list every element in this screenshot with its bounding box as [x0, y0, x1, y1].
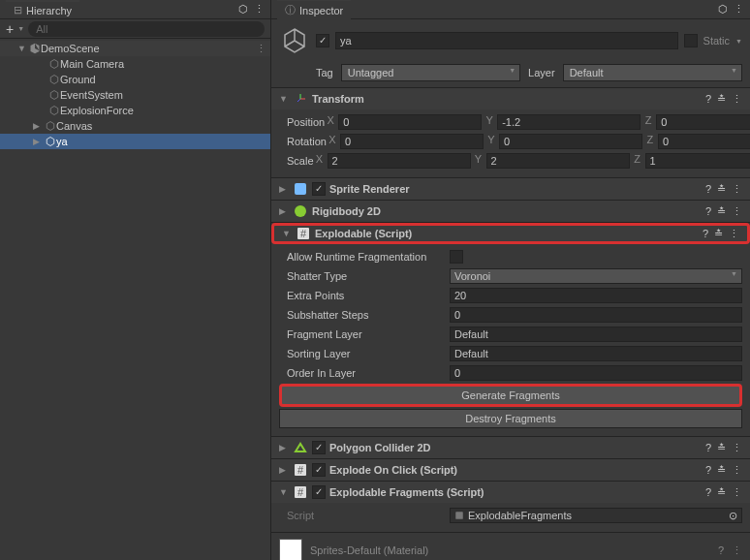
x-label: X: [327, 134, 338, 149]
help-icon[interactable]: ?: [705, 486, 711, 499]
tree-item[interactable]: ExplosionForce: [0, 103, 270, 118]
enable-checkbox[interactable]: [312, 182, 326, 196]
order-input[interactable]: [450, 365, 742, 381]
preset-icon[interactable]: ≛: [717, 486, 726, 499]
enable-checkbox[interactable]: [312, 441, 326, 454]
tree-item-selected[interactable]: ▶ ya: [0, 134, 270, 149]
object-name-input[interactable]: [335, 32, 678, 49]
menu-icon[interactable]: ⋮: [732, 93, 742, 106]
menu-icon[interactable]: ⋮: [732, 464, 742, 477]
expand-arrow-icon[interactable]: ▶: [279, 184, 289, 194]
hierarchy-header: Hierarchy ⬡ ⋮: [0, 0, 270, 19]
lock-icon[interactable]: ⬡: [718, 3, 728, 16]
sorting-layer-input[interactable]: [450, 346, 742, 361]
item-label: EventSystem: [60, 89, 123, 101]
menu-icon[interactable]: ⋮: [732, 544, 742, 557]
expand-arrow-icon[interactable]: ▶: [279, 465, 289, 475]
tree-item[interactable]: Main Camera: [0, 56, 270, 72]
help-icon[interactable]: ?: [705, 183, 711, 196]
hierarchy-tab[interactable]: Hierarchy: [6, 0, 79, 18]
allow-runtime-checkbox[interactable]: [450, 250, 463, 264]
polygon-collider-header[interactable]: ▶ Polygon Collider 2D ?≛⋮: [271, 437, 750, 458]
preset-icon[interactable]: ≛: [717, 442, 726, 454]
inspector-tab[interactable]: Inspector: [277, 0, 351, 19]
position-label: Position: [279, 116, 325, 128]
rotation-x-input[interactable]: [340, 134, 484, 149]
scale-label: Scale: [279, 155, 314, 167]
preset-icon[interactable]: ≛: [717, 183, 726, 196]
help-icon[interactable]: ?: [705, 205, 711, 218]
explode-on-click-header[interactable]: ▶ # Explode On Click (Script) ?≛⋮: [271, 459, 750, 481]
scene-menu-icon[interactable]: ⋮: [256, 43, 266, 55]
menu-icon[interactable]: ⋮: [734, 3, 744, 16]
menu-icon[interactable]: ⋮: [732, 486, 742, 499]
object-picker-icon[interactable]: ⊙: [729, 510, 737, 522]
tag-dropdown[interactable]: Untagged: [341, 64, 520, 81]
subshatter-input[interactable]: [450, 307, 742, 323]
menu-icon[interactable]: ⋮: [254, 3, 265, 16]
explodable-fragments-title: Explodable Fragments (Script): [329, 486, 702, 498]
lock-icon[interactable]: ⬡: [238, 3, 248, 16]
tree-item[interactable]: ▶ Canvas: [0, 118, 270, 134]
help-icon[interactable]: ?: [705, 93, 711, 106]
sprite-renderer-header[interactable]: ▶ Sprite Renderer ?≛⋮: [271, 178, 750, 200]
help-icon[interactable]: ?: [718, 544, 724, 556]
expand-arrow-icon[interactable]: ▼: [282, 229, 292, 238]
menu-icon[interactable]: ⋮: [732, 183, 742, 196]
expand-arrow-icon[interactable]: ▶: [279, 443, 289, 452]
shatter-type-dropdown[interactable]: Voronoi: [450, 268, 742, 284]
preset-icon[interactable]: ≛: [717, 93, 726, 106]
active-checkbox[interactable]: [316, 34, 329, 47]
rigidbody-header[interactable]: ▶ Rigidbody 2D ?≛⋮: [271, 201, 750, 222]
enable-checkbox[interactable]: [312, 485, 326, 499]
rotation-y-input[interactable]: [499, 134, 642, 149]
enable-checkbox[interactable]: [312, 463, 326, 477]
scale-x-input[interactable]: [328, 153, 471, 169]
search-input[interactable]: [28, 21, 265, 37]
position-x-input[interactable]: [338, 114, 482, 130]
static-checkbox[interactable]: [684, 34, 698, 47]
extra-points-input[interactable]: [450, 288, 742, 303]
preset-icon[interactable]: ≛: [717, 464, 726, 477]
gameobject-icon: [45, 120, 56, 132]
menu-icon[interactable]: ⋮: [732, 205, 742, 218]
scale-y-input[interactable]: [486, 153, 630, 169]
svg-rect-0: [295, 183, 306, 195]
generate-fragments-button[interactable]: Generate Fragments: [279, 384, 742, 407]
z-label: Z: [632, 153, 643, 169]
explodable-header[interactable]: ▼ # Explodable (Script) ?≛⋮: [271, 223, 750, 244]
expand-arrow-icon[interactable]: ▼: [279, 94, 289, 104]
position-y-input[interactable]: [497, 114, 641, 130]
rotation-z-input[interactable]: [658, 134, 750, 149]
add-dropdown[interactable]: ▼: [17, 25, 24, 32]
transform-icon: [293, 91, 308, 107]
fragment-layer-input[interactable]: [450, 327, 742, 342]
expand-arrow-icon[interactable]: ▼: [17, 44, 29, 53]
material-preview[interactable]: [279, 539, 302, 560]
explodable-title: Explodable (Script): [315, 228, 699, 239]
position-z-input[interactable]: [656, 114, 750, 130]
help-icon[interactable]: ?: [705, 464, 711, 477]
expand-arrow-icon[interactable]: ▶: [33, 137, 45, 146]
expand-arrow-icon[interactable]: ▶: [279, 206, 289, 216]
menu-icon[interactable]: ⋮: [729, 228, 739, 240]
static-dropdown-icon[interactable]: ▼: [735, 38, 742, 45]
tree-item[interactable]: Ground: [0, 72, 270, 87]
preset-icon[interactable]: ≛: [714, 228, 723, 240]
y-label: Y: [473, 153, 484, 169]
destroy-fragments-button[interactable]: Destroy Fragments: [279, 409, 742, 428]
scale-z-input[interactable]: [645, 153, 750, 169]
tree-scene[interactable]: ▼ DemoScene ⋮: [0, 41, 270, 56]
layer-dropdown[interactable]: Default: [563, 64, 742, 81]
expand-arrow-icon[interactable]: ▶: [33, 121, 45, 131]
expand-arrow-icon[interactable]: ▼: [279, 487, 289, 497]
add-button[interactable]: +: [6, 21, 14, 37]
preset-icon[interactable]: ≛: [717, 205, 726, 218]
explodable-fragments-header[interactable]: ▼ # Explodable Fragments (Script) ?≛⋮: [271, 482, 750, 503]
svg-point-1: [295, 205, 306, 217]
help-icon[interactable]: ?: [703, 228, 708, 240]
menu-icon[interactable]: ⋮: [732, 442, 742, 454]
transform-header[interactable]: ▼ Transform ? ≛ ⋮: [271, 88, 750, 109]
tree-item[interactable]: EventSystem: [0, 87, 270, 103]
help-icon[interactable]: ?: [705, 442, 711, 454]
